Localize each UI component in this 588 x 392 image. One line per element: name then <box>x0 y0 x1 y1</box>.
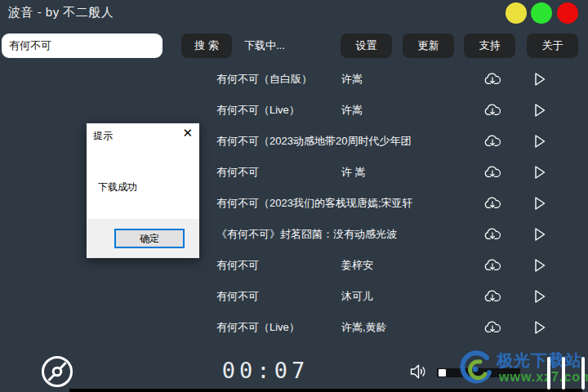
song-row: 有何不可（自白版） 许嵩 <box>0 64 588 95</box>
song-artist: 宋亚轩 <box>381 196 413 211</box>
cloud-download-icon[interactable] <box>483 104 501 118</box>
play-icon[interactable] <box>534 104 546 118</box>
watermark-site-name: 极光下载站 <box>497 350 582 372</box>
disc-icon[interactable] <box>40 354 74 392</box>
cloud-download-icon[interactable] <box>483 259 501 273</box>
edge-bar[interactable] <box>581 357 585 390</box>
song-title: 有何不可（自白版） <box>216 72 341 87</box>
about-button[interactable]: 关于 <box>527 33 578 58</box>
cloud-download-icon[interactable] <box>483 166 501 180</box>
song-artist: 时代少年团 <box>358 134 411 149</box>
settings-button[interactable]: 设置 <box>341 33 392 58</box>
update-button[interactable]: 更新 <box>403 33 454 58</box>
volume-slider-knob[interactable] <box>439 369 446 376</box>
dialog-message: 下载成功 <box>98 180 137 194</box>
cloud-download-icon[interactable] <box>483 290 501 304</box>
song-artist: 姜梓安 <box>341 258 373 273</box>
cloud-download-icon[interactable] <box>483 135 501 149</box>
song-title: 有何不可（2023动感地带20周 <box>216 134 358 149</box>
song-row: 有何不可 沐可儿 <box>0 281 588 312</box>
pause-bar-left[interactable] <box>547 357 550 390</box>
song-artist: 沐可儿 <box>341 289 373 304</box>
support-button[interactable]: 支持 <box>464 33 515 58</box>
song-title: 有何不可 <box>216 165 341 180</box>
watermark: 极光下载站 www.xz7.com <box>456 348 586 390</box>
playback-timer: 00:07 <box>204 358 327 383</box>
song-artist: 许 嵩 <box>341 165 366 180</box>
volume-icon[interactable] <box>408 362 428 385</box>
song-title: 有何不可 <box>216 258 341 273</box>
close-button[interactable] <box>557 2 578 24</box>
song-row: 有何不可（Live） 许嵩 <box>0 95 588 126</box>
play-icon[interactable] <box>534 228 546 242</box>
play-icon[interactable] <box>534 73 546 87</box>
dialog-title: 提示 <box>93 129 113 143</box>
play-icon[interactable] <box>534 259 546 273</box>
song-title: 有何不可（Live） <box>216 320 341 335</box>
search-input[interactable] <box>2 33 163 58</box>
song-artist: 许嵩 <box>341 103 363 118</box>
play-icon[interactable] <box>534 321 546 335</box>
minimize-button[interactable] <box>506 2 527 24</box>
song-title: 有何不可 <box>216 289 341 304</box>
watermark-site-url: www.xz7.com <box>499 370 588 385</box>
download-success-dialog: 提示 ✕ 下载成功 确定 <box>87 123 199 258</box>
song-row: 有何不可（Live） 许嵩,黄龄 <box>0 312 588 343</box>
cloud-download-icon[interactable] <box>483 197 501 211</box>
watermark-logo-icon <box>456 350 493 392</box>
cloud-download-icon[interactable] <box>483 321 501 335</box>
cloud-download-icon[interactable] <box>483 228 501 242</box>
dialog-ok-button[interactable]: 确定 <box>114 229 185 248</box>
dialog-footer: 确定 <box>87 219 199 258</box>
search-button[interactable]: 搜 索 <box>181 33 232 58</box>
play-icon[interactable] <box>534 135 546 149</box>
dialog-close-icon[interactable]: ✕ <box>182 127 193 139</box>
song-artist: 许嵩 <box>341 72 363 87</box>
play-icon[interactable] <box>534 166 546 180</box>
song-title: 有何不可（2023我们的客栈现唐嫣; <box>216 196 381 211</box>
song-title: 有何不可（Live） <box>216 103 341 118</box>
downloading-status[interactable]: 下载中... <box>244 33 285 58</box>
cloud-download-icon[interactable] <box>483 73 501 87</box>
song-title: 《有何不可》封茗囧菌：没有动感光波 <box>216 227 397 242</box>
play-icon[interactable] <box>534 197 546 211</box>
pause-bar-right[interactable] <box>562 357 565 390</box>
song-artist: 许嵩,黄龄 <box>341 320 387 335</box>
window-title: 波音 - by 不二般人 <box>8 5 114 20</box>
maximize-button[interactable] <box>531 2 552 24</box>
play-icon[interactable] <box>534 290 546 304</box>
